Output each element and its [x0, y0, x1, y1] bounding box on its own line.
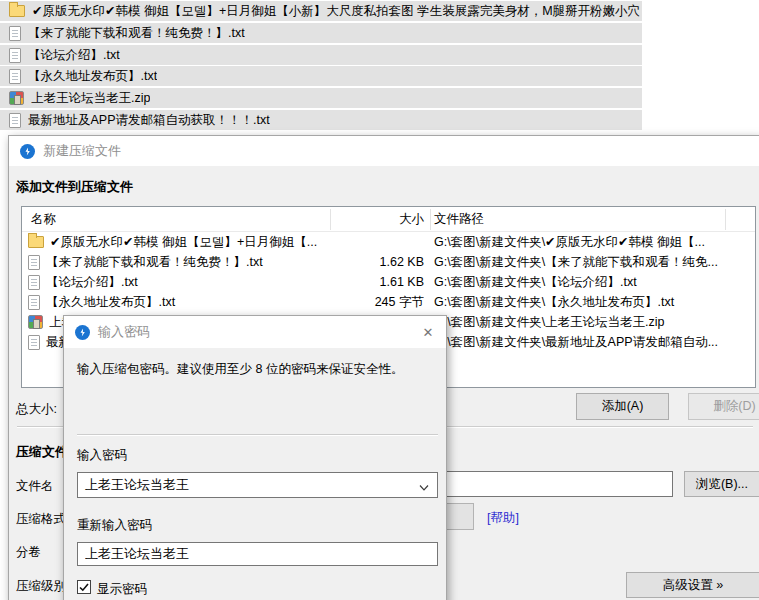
file-list-item[interactable]: 【来了就能下载和观看！纯免费！】.txt: [0, 23, 642, 43]
show-password-checkbox[interactable]: [77, 580, 91, 594]
cell-size: 1.61 KB: [328, 272, 424, 292]
new-archive-titlebar[interactable]: 新建压缩文件: [9, 136, 759, 166]
folder-icon: [28, 236, 44, 248]
confirm-password-label: 重新输入密码: [77, 517, 152, 534]
bandizip-app-icon: [75, 325, 90, 340]
show-password-label: 显示密码: [97, 581, 147, 598]
password-label: 输入密码: [77, 447, 127, 464]
file-name: 【论坛介绍】.txt: [28, 47, 120, 64]
dialog-title: 新建压缩文件: [43, 142, 121, 160]
file-name: 【论坛介绍】.txt: [46, 272, 138, 292]
advanced-settings-button[interactable]: 高级设置 »: [626, 572, 759, 598]
txt-icon: [9, 69, 21, 84]
level-label: 压缩级别: [16, 578, 66, 595]
total-size-label: 总大小:: [16, 401, 57, 418]
cell-name: 【论坛介绍】.txt: [28, 272, 328, 292]
file-name: 【永久地址发布页】.txt: [28, 68, 157, 85]
table-row[interactable]: ✔原版无水印✔韩模 御姐【모델】+日月御姐【...G:\套图\新建文件夹\✔原版…: [22, 232, 755, 252]
column-header-name[interactable]: 名称: [31, 207, 56, 232]
file-name: 【来了就能下载和观看！纯免费！】.txt: [28, 25, 245, 42]
cell-name: 【来了就能下载和观看！纯免费！】.txt: [28, 252, 328, 272]
enter-password-dialog: 输入密码 ✕ 输入压缩包密码。建议使用至少 8 位的密码来保证安全性。 输入密码…: [63, 315, 447, 600]
cell-path: G:\套图\新建文件夹\【永久地址发布页】.txt: [434, 292, 754, 312]
file-list-item[interactable]: 上老王论坛当老王.zip: [0, 88, 642, 108]
column-header-path[interactable]: 文件路径: [434, 207, 484, 232]
password-hint-text: 输入压缩包密码。建议使用至少 8 位的密码来保证安全性。: [77, 361, 403, 378]
cell-path: G:\套图\新建文件夹\【来了就能下载和观看！纯免...: [434, 252, 754, 272]
txt-icon: [9, 48, 21, 63]
file-name: 上老王论坛当老王.zip: [31, 90, 150, 107]
file-name: 最新地址及APP请发邮箱自动获取！！！.txt: [28, 112, 270, 129]
file-list-item[interactable]: 【论坛介绍】.txt: [0, 45, 642, 65]
password-value: 上老王论坛当老王: [85, 476, 189, 494]
volume-label: 分卷: [16, 544, 41, 561]
table-row[interactable]: 【来了就能下载和观看！纯免费！】.txt1.62 KBG:\套图\新建文件夹\【…: [22, 252, 755, 272]
confirm-password-input[interactable]: [77, 542, 438, 566]
chevron-down-icon: [419, 479, 429, 494]
password-combobox[interactable]: 上老王论坛当老王: [77, 472, 438, 498]
txt-icon: [28, 275, 40, 290]
file-list-item[interactable]: 最新地址及APP请发邮箱自动获取！！！.txt: [0, 110, 642, 130]
zip-icon: [9, 91, 24, 105]
file-name: 【永久地址发布页】.txt: [46, 292, 175, 312]
file-name: 【来了就能下载和观看！纯免费！】.txt: [46, 252, 263, 272]
cell-path: G:\套图\新建文件夹\【论坛介绍】.txt: [434, 272, 754, 292]
password-titlebar[interactable]: 输入密码: [64, 316, 446, 348]
folder-icon: [9, 5, 25, 17]
cell-path: G:\套图\新建文件夹\✔原版无水印✔韩模 御姐【...: [434, 232, 754, 252]
dialog-title: 输入密码: [98, 323, 150, 341]
cell-path: G:\套图\新建文件夹\最新地址及APP请发邮箱自动...: [434, 332, 754, 352]
txt-icon: [9, 26, 21, 41]
file-name: ✔原版无水印✔韩模 御姐【모델】+日月御姐【小新】大尺度私拍套图 学生装展露完美…: [32, 3, 640, 20]
add-button[interactable]: 添加(A): [576, 393, 669, 420]
section-add-files-header: 添加文件到压缩文件: [16, 178, 133, 196]
close-icon[interactable]: ✕: [414, 321, 442, 343]
cell-size: 245 字节: [328, 292, 424, 312]
section-archive-header: 压缩文件: [16, 443, 68, 461]
delete-button[interactable]: 删除(D): [688, 393, 759, 420]
cell-name: ✔原版无水印✔韩模 御姐【모델】+日月御姐【...: [28, 232, 328, 252]
file-list-item[interactable]: 【永久地址发布页】.txt: [0, 66, 642, 86]
cell-size: 1.62 KB: [328, 252, 424, 272]
cell-path: G:\套图\新建文件夹\上老王论坛当老王.zip: [434, 312, 754, 332]
section-divider: [77, 434, 438, 436]
column-divider[interactable]: [330, 209, 331, 230]
column-divider[interactable]: [725, 209, 726, 230]
filename-label: 文件名: [16, 478, 54, 495]
explorer-file-list: ✔原版无水印✔韩模 御姐【모델】+日月御姐【小新】大尺度私拍套图 学生装展露完美…: [0, 0, 642, 132]
column-header-size[interactable]: 大小: [328, 207, 424, 232]
file-list-item[interactable]: ✔原版无水印✔韩模 御姐【모델】+日月御姐【小新】大尺度私拍套图 学生装展露完美…: [0, 1, 642, 21]
file-name: ✔原版无水印✔韩模 御姐【모델】+日月御姐【...: [50, 232, 317, 252]
txt-icon: [28, 335, 40, 350]
column-divider[interactable]: [430, 209, 431, 230]
format-label: 压缩格式: [16, 511, 66, 528]
help-link[interactable]: [帮助]: [487, 510, 519, 527]
table-header: 名称 大小 文件路径: [22, 207, 755, 232]
table-row[interactable]: 【永久地址发布页】.txt245 字节G:\套图\新建文件夹\【永久地址发布页】…: [22, 292, 755, 312]
cell-size: [328, 232, 424, 252]
browse-button[interactable]: 浏览(B)...: [684, 471, 759, 497]
txt-icon: [28, 295, 40, 310]
zip-icon: [28, 315, 43, 329]
table-row[interactable]: 【论坛介绍】.txt1.61 KBG:\套图\新建文件夹\【论坛介绍】.txt: [22, 272, 755, 292]
txt-icon: [9, 113, 21, 128]
bandizip-app-icon: [20, 144, 35, 159]
cell-name: 【永久地址发布页】.txt: [28, 292, 328, 312]
txt-icon: [28, 255, 40, 270]
